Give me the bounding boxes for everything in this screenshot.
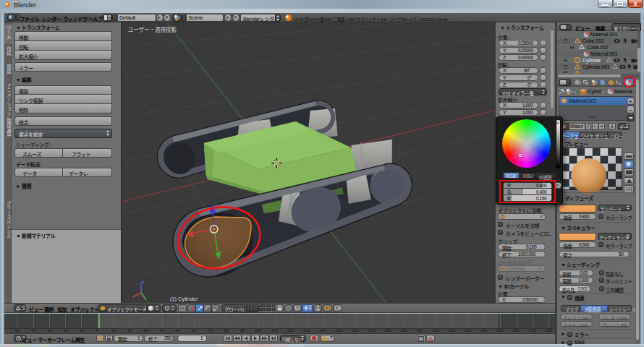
- svg-text:z: z: [142, 280, 144, 284]
- svg-text:ユーザー・透視投影: ユーザー・透視投影: [127, 26, 177, 33]
- svg-text:(1) Cylinder: (1) Cylinder: [169, 296, 198, 302]
